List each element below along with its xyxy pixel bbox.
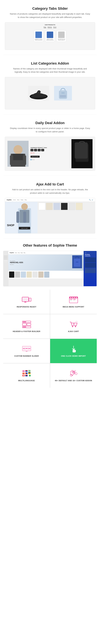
ajax-cart-svg xyxy=(69,320,78,328)
fh-right-item-1 xyxy=(85,258,96,262)
feature-addons: 40+ DEFAULT AND 16+ CUSTOM ADDON xyxy=(50,364,97,388)
feature-ajax-cart: AJAX CART xyxy=(50,314,97,338)
daily-deal-desc: Display countdown timer in every special… xyxy=(10,127,90,134)
deal-person-image xyxy=(8,141,29,167)
feature-responsive: RESPONSIVE READY xyxy=(3,290,50,314)
cat-tab-watches[interactable]: Watches xyxy=(48,26,52,28)
svg-rect-28 xyxy=(23,298,28,301)
daily-deal-section: Daily Deal Addon Display countdown timer… xyxy=(0,114,100,176)
multilanguage-svg xyxy=(22,370,32,378)
cat-tab-shoes[interactable]: Shoes xyxy=(53,26,56,28)
fh-right-item-2 xyxy=(85,263,96,268)
ajax-cart-icon-cell xyxy=(69,320,78,328)
svg-rect-14 xyxy=(79,153,84,154)
feature-header-footer: HEADER & FOOTER BUILDER xyxy=(3,314,50,338)
svg-rect-47 xyxy=(22,323,26,326)
deal-product-title: HANDMADE PRODUCT T-BAG xyxy=(31,147,69,148)
features-hero-mockup: Sophie Home Shop Pages Blog New Collecti… xyxy=(3,251,97,286)
deal-add-to-cart-btn[interactable]: ADD TO CART xyxy=(31,156,40,158)
svg-marker-84 xyxy=(75,372,77,375)
category-tabs-mockup: OUR PRODUCTS Bags Watches Shoes WOMEN'S … xyxy=(5,22,95,50)
svg-rect-43 xyxy=(73,299,76,300)
ajax-nav-blog: Blog xyxy=(25,199,27,200)
one-click-svg xyxy=(69,345,78,353)
svg-point-61 xyxy=(25,351,26,352)
svg-text:>: > xyxy=(28,347,29,350)
svg-marker-85 xyxy=(70,374,72,376)
deal-price: $25.99 xyxy=(31,152,69,154)
fh-right-title: Handbag Collection xyxy=(85,254,95,257)
svg-point-18 xyxy=(21,204,28,210)
fh-hero-title: HERSCHEL KIDS xyxy=(10,262,23,264)
svg-rect-4 xyxy=(61,93,65,93)
daily-deal-mockup: HANDMADE PRODUCT T-BAG 00 19 52 37 $25.9… xyxy=(5,137,95,171)
svg-rect-3 xyxy=(59,90,67,99)
svg-rect-21 xyxy=(23,212,26,223)
svg-rect-40 xyxy=(70,299,72,300)
cat-tab-bags[interactable]: Bags xyxy=(44,26,46,28)
ajax-product-4 xyxy=(61,203,68,210)
svg-rect-37 xyxy=(72,297,73,298)
category-tabs-desc: Names of products categories are display… xyxy=(10,12,90,19)
fh-bag-svg xyxy=(72,255,82,268)
svg-rect-41 xyxy=(70,300,72,300)
fh-right-item-3 xyxy=(85,268,96,273)
mega-menu-svg xyxy=(69,296,78,304)
header-footer-icon xyxy=(22,320,32,328)
multilanguage-icon xyxy=(22,370,32,378)
svg-rect-20 xyxy=(16,212,19,223)
person-svg xyxy=(8,141,29,167)
ajax-header: Sophie Home Shop Pages Blog 🔍 🛒 xyxy=(5,198,95,202)
ajax-product-6 xyxy=(76,203,83,210)
fh-nav: Home Shop Pages Blog xyxy=(15,252,25,253)
daily-deal-title: Daily Deal Addon xyxy=(3,121,97,125)
svg-rect-44 xyxy=(73,300,75,300)
list-categories-mockup xyxy=(5,77,95,110)
svg-rect-72 xyxy=(22,373,25,373)
ajax-product-2 xyxy=(46,203,53,210)
fh-prod-4 xyxy=(27,272,32,278)
fh-prod-3 xyxy=(21,272,26,278)
deal-product-info: HANDMADE PRODUCT T-BAG 00 19 52 37 $25.9… xyxy=(29,146,71,162)
category-tabs-title: Category Tabs Slider xyxy=(3,6,97,11)
svg-rect-71 xyxy=(22,372,25,374)
ajax-hero: ADD TO CART SHOP xyxy=(5,202,38,233)
custom-banner-svg: < > xyxy=(22,345,32,353)
svg-rect-48 xyxy=(27,323,31,326)
list-categories-desc: Names of the category are displayed with… xyxy=(10,67,90,74)
ajax-cart-section: Ajax Add to Cart Add to cart product are… xyxy=(0,176,100,238)
svg-rect-5 xyxy=(60,95,66,98)
svg-rect-26 xyxy=(76,262,78,262)
mockup-products-title: OUR PRODUCTS xyxy=(45,24,55,26)
svg-rect-33 xyxy=(30,301,30,302)
cat-products-row: WOMEN'S CLASSIC TRAVEL BACKPACK MEN'S CL… xyxy=(34,30,66,42)
fh-logo: Sophie xyxy=(10,252,14,254)
fh-right-items xyxy=(85,258,95,273)
list-cat-bag xyxy=(54,86,72,100)
list-categories-title: List Categories Addon xyxy=(3,61,97,66)
feature-multilanguage: MULTILANGUAGE xyxy=(3,364,50,388)
addons-label: 40+ DEFAULT AND 16+ CUSTOM ADDON xyxy=(55,380,92,382)
fh-sidebar-line-5 xyxy=(4,262,8,262)
list-cat-shoe xyxy=(28,86,49,100)
ajax-hero-svg: ADD TO CART xyxy=(5,202,38,233)
shoe-thumbnail xyxy=(28,86,49,100)
fh-prod-6 xyxy=(38,272,44,278)
svg-point-63 xyxy=(27,351,28,352)
product-img-3 xyxy=(58,32,65,38)
svg-rect-36 xyxy=(70,297,71,298)
ajax-cart-label: AJAX CART xyxy=(68,330,79,332)
ajax-header-icons: 🔍 🛒 xyxy=(89,199,93,201)
svg-rect-12 xyxy=(71,139,92,168)
ajax-product-5 xyxy=(68,203,75,210)
svg-rect-68 xyxy=(25,370,28,371)
deal-countdown: 00 19 52 37 xyxy=(31,149,69,151)
mega-menu-label: MEGA MENU SUPPORT xyxy=(63,306,84,308)
ajax-product-grid xyxy=(39,203,94,210)
cat-product-2: MEN'S CLASSIC TRAVEL BACKPACK xyxy=(45,30,55,42)
header-footer-svg xyxy=(22,320,32,328)
ajax-cart-mockup: Sophie Home Shop Pages Blog 🔍 🛒 xyxy=(5,198,95,234)
deal-minutes: 19 xyxy=(34,149,37,151)
deal-nav-dots xyxy=(31,159,69,160)
svg-rect-39 xyxy=(76,297,77,298)
